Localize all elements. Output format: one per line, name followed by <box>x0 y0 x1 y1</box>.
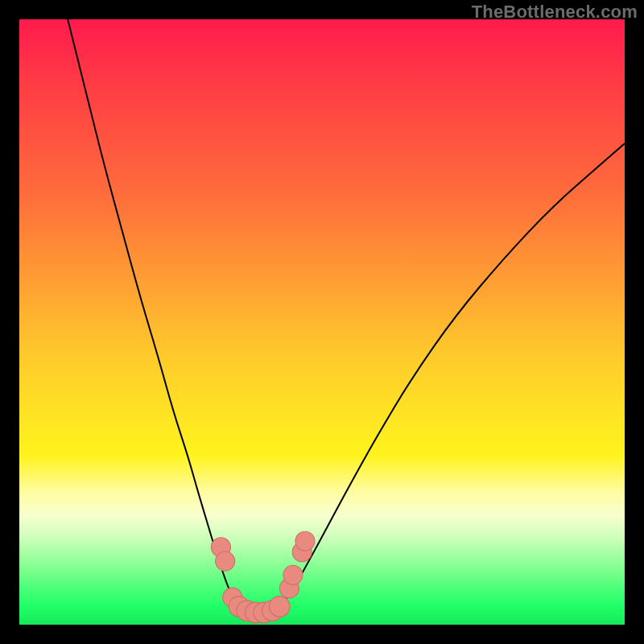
plot-area <box>19 19 625 625</box>
curve-left-branch <box>68 19 252 613</box>
marker-dot <box>295 531 315 551</box>
marker-dot <box>216 551 235 571</box>
chart-frame: TheBottleneck.com <box>0 0 644 644</box>
curve-right-branch <box>267 143 625 613</box>
bottleneck-curve <box>68 19 625 613</box>
data-markers <box>211 531 315 623</box>
marker-dot <box>283 565 303 584</box>
marker-dot <box>270 597 291 617</box>
curve-layer <box>19 19 625 625</box>
